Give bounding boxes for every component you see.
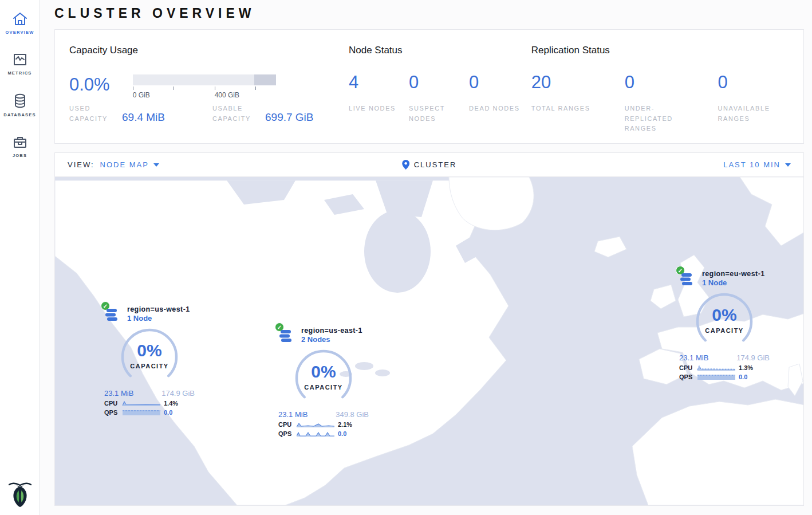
suspect-nodes-stat: 0 SUSPECT NODES bbox=[409, 73, 469, 124]
node-map: ✓ region=us-west-1 1 Node 0% CAPACITY bbox=[55, 177, 803, 505]
usable-capacity-label: USABLE CAPACITY bbox=[212, 104, 263, 124]
gauge-label: CAPACITY bbox=[119, 363, 180, 369]
gauge-label: CAPACITY bbox=[293, 384, 354, 391]
region-marker-us-west-1[interactable]: ✓ region=us-west-1 1 Node 0% CAPACITY bbox=[104, 305, 195, 416]
dead-nodes-value: 0 bbox=[469, 73, 529, 91]
gauge-percent: 0% bbox=[693, 305, 755, 325]
suspect-nodes-value: 0 bbox=[409, 73, 469, 91]
qps-value: 0.0 bbox=[739, 374, 747, 380]
region-total-capacity: 349.8 GiB bbox=[336, 410, 369, 419]
chevron-down-icon bbox=[785, 163, 791, 167]
total-ranges-stat: 20 TOTAL RANGES bbox=[531, 73, 625, 134]
region-used-capacity: 23.1 MiB bbox=[679, 353, 708, 362]
qps-value: 0.0 bbox=[338, 430, 346, 437]
region-used-capacity: 23.1 MiB bbox=[278, 410, 308, 419]
region-marker-eu-west-1[interactable]: ✓ region=eu-west-1 1 Node 0% CAPACITY bbox=[679, 270, 770, 380]
region-name: region=us-west-1 bbox=[127, 305, 195, 313]
map-view-bar: VIEW: NODE MAP CLUSTER LAST 10 MIN bbox=[55, 153, 803, 177]
live-nodes-label: LIVE NODES bbox=[349, 104, 409, 114]
region-node-count[interactable]: 2 Nodes bbox=[301, 335, 369, 344]
used-capacity-stat: USED CAPACITY 69.4 MiB bbox=[69, 104, 212, 124]
used-capacity-label: USED CAPACITY bbox=[69, 104, 120, 124]
region-name: region=eu-west-1 bbox=[702, 270, 770, 278]
gauge-percent: 0% bbox=[293, 362, 354, 382]
region-node-count[interactable]: 1 Node bbox=[127, 314, 195, 323]
replication-status-section: Replication Status 20 TOTAL RANGES 0 UND… bbox=[531, 45, 786, 126]
database-stack-icon bbox=[105, 308, 120, 325]
capacity-gauge: 0% CAPACITY bbox=[119, 327, 180, 387]
database-stack-icon bbox=[279, 329, 294, 346]
database-stack-icon bbox=[680, 272, 695, 289]
region-total-capacity: 174.9 GiB bbox=[736, 353, 770, 362]
sidebar-item-label: METRICS bbox=[7, 70, 31, 76]
sidebar-item-label: OVERVIEW bbox=[6, 30, 34, 35]
cluster-summary-card: Capacity Usage 0.0% 0 GiB 400 GiB bbox=[54, 29, 804, 144]
unavailable-ranges-stat: 0 UNAVAILABLE RANGES bbox=[718, 73, 786, 134]
region-used-capacity: 23.1 MiB bbox=[104, 389, 133, 398]
total-ranges-value: 20 bbox=[531, 73, 625, 91]
cpu-label: CPU bbox=[278, 421, 297, 428]
sidebar-item-overview[interactable]: OVERVIEW bbox=[0, 3, 40, 41]
qps-label: QPS bbox=[104, 409, 123, 416]
capacity-gauge: 0% CAPACITY bbox=[693, 292, 755, 351]
live-nodes-stat: 4 LIVE NODES bbox=[349, 73, 409, 124]
total-ranges-label: TOTAL RANGES bbox=[531, 104, 606, 114]
view-label: VIEW: bbox=[68, 160, 94, 169]
region-node-count[interactable]: 1 Node bbox=[702, 278, 770, 287]
sidebar-item-jobs[interactable]: JOBS bbox=[0, 127, 40, 164]
replication-status-title: Replication Status bbox=[531, 45, 786, 56]
gauge-percent: 0% bbox=[119, 341, 180, 360]
dead-nodes-stat: 0 DEAD NODES bbox=[469, 73, 529, 124]
region-marker-us-east-1[interactable]: ✓ region=us-east-1 2 Nodes 0% CAPACITY bbox=[278, 327, 369, 437]
cpu-value: 2.1% bbox=[338, 421, 352, 428]
qps-sparkline bbox=[123, 410, 160, 415]
suspect-nodes-label: SUSPECT NODES bbox=[409, 104, 469, 124]
sidebar-item-databases[interactable]: DATABASES bbox=[0, 85, 40, 123]
cpu-value: 1.3% bbox=[739, 364, 753, 371]
capacity-usage-section: Capacity Usage 0.0% 0 GiB 400 GiB bbox=[69, 45, 349, 126]
capacity-tick-label: 400 GiB bbox=[215, 91, 239, 99]
home-icon bbox=[12, 11, 28, 26]
breadcrumb-label: CLUSTER bbox=[414, 160, 457, 169]
cpu-label: CPU bbox=[104, 400, 123, 407]
view-mode-dropdown[interactable]: NODE MAP bbox=[100, 160, 159, 169]
gauge-label: CAPACITY bbox=[693, 327, 755, 334]
unavailable-ranges-label: UNAVAILABLE RANGES bbox=[718, 104, 786, 124]
unavailable-ranges-value: 0 bbox=[718, 73, 786, 91]
cockroachdb-logo bbox=[9, 479, 31, 510]
region-total-capacity: 174.9 GiB bbox=[161, 389, 195, 398]
capacity-gauge: 0% CAPACITY bbox=[293, 348, 354, 408]
usable-capacity-value: 699.7 GiB bbox=[265, 111, 314, 124]
capacity-bar: 0 GiB 400 GiB bbox=[133, 74, 276, 91]
main-content: CLUSTER OVERVIEW Capacity Usage 0.0% 0 G… bbox=[40, 0, 812, 506]
node-status-section: Node Status 4 LIVE NODES 0 SUSPECT NODES… bbox=[349, 45, 531, 126]
qps-sparkline bbox=[697, 374, 735, 380]
qps-value: 0.0 bbox=[164, 409, 172, 416]
sidebar-item-metrics[interactable]: METRICS bbox=[0, 44, 40, 81]
capacity-percent: 0.0% bbox=[69, 76, 110, 93]
sidebar: OVERVIEW METRICS DATABASES JOBS bbox=[0, 0, 40, 515]
under-replicated-ranges-value: 0 bbox=[625, 73, 718, 91]
region-name: region=us-east-1 bbox=[301, 327, 369, 335]
cpu-sparkline bbox=[123, 400, 160, 406]
under-replicated-ranges-stat: 0 UNDER-REPLICATED RANGES bbox=[625, 73, 718, 134]
qps-sparkline bbox=[297, 431, 334, 437]
qps-label: QPS bbox=[278, 430, 297, 437]
cpu-sparkline bbox=[297, 422, 334, 427]
live-nodes-value: 4 bbox=[349, 73, 409, 91]
qps-label: QPS bbox=[679, 374, 697, 380]
page-title: CLUSTER OVERVIEW bbox=[54, 0, 804, 29]
node-map-card: VIEW: NODE MAP CLUSTER LAST 10 MIN bbox=[54, 152, 804, 506]
sidebar-item-label: JOBS bbox=[13, 153, 27, 158]
dead-nodes-label: DEAD NODES bbox=[469, 104, 529, 114]
usable-capacity-stat: USABLE CAPACITY 699.7 GiB bbox=[212, 104, 314, 124]
node-status-title: Node Status bbox=[349, 45, 531, 56]
jobs-icon bbox=[12, 135, 28, 150]
metrics-icon bbox=[12, 52, 28, 67]
used-capacity-value: 69.4 MiB bbox=[122, 111, 165, 124]
databases-icon bbox=[12, 93, 28, 109]
breadcrumb: CLUSTER bbox=[402, 160, 457, 170]
chevron-down-icon bbox=[153, 163, 159, 167]
capacity-usage-title: Capacity Usage bbox=[69, 45, 349, 56]
time-range-dropdown[interactable]: LAST 10 MIN bbox=[723, 160, 791, 169]
